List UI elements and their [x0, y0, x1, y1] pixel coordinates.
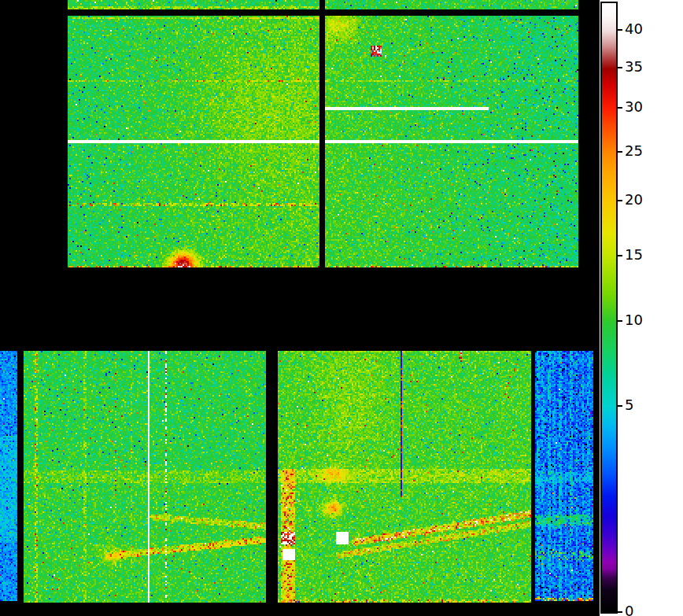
top-strip-left: [68, 0, 319, 9]
colorbar-tick-label: 5: [625, 399, 633, 413]
bottom-panel-right: [535, 351, 593, 601]
detector-image-figure: 4035302520151050: [0, 0, 683, 616]
colorbar-tick-mark: [618, 151, 622, 153]
colorbar-tick-label: 25: [625, 145, 643, 159]
colorbar-tick-mark: [618, 611, 622, 613]
colorbar-tick-mark: [618, 200, 622, 201]
colorbar-tick-mark: [618, 107, 622, 109]
colorbar-tick-label: 15: [625, 248, 643, 262]
colorbar-tick-label: 10: [625, 314, 643, 328]
colorbar-tick-label: 0: [625, 604, 633, 616]
colorbar-tick-label: 30: [625, 101, 643, 115]
colorbar-tick-label: 40: [625, 23, 643, 37]
colorbar-tick-label: 20: [625, 193, 643, 207]
colorbar-gradient: [602, 3, 616, 612]
bottom-panel-left: [24, 351, 266, 603]
top-strip-right: [325, 0, 578, 9]
bottom-panel-middle: [278, 351, 531, 603]
colorbar-tick-mark: [618, 320, 622, 322]
bottom-strip-left: [0, 351, 17, 601]
colorbar-tick-mark: [618, 29, 622, 31]
top-panel-left: [68, 16, 319, 267]
colorbar: [600, 2, 618, 614]
top-panel-right: [325, 16, 578, 267]
plot-area: [0, 0, 600, 616]
colorbar-tick-label: 35: [625, 60, 643, 74]
colorbar-tick-mark: [618, 255, 622, 256]
colorbar-tick-mark: [618, 405, 622, 407]
colorbar-tick-mark: [618, 67, 622, 68]
